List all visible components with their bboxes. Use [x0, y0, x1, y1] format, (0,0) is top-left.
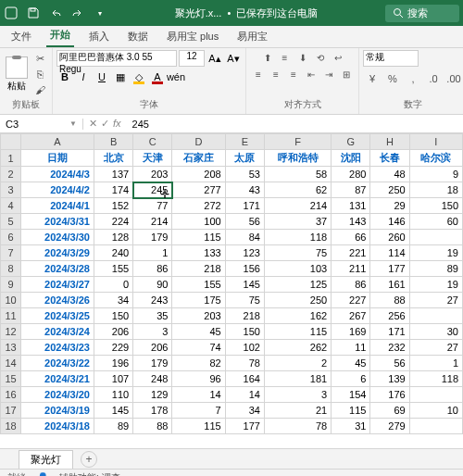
data-cell[interactable]: 56 — [225, 214, 264, 230]
table-header-cell[interactable]: 呼和浩特 — [264, 150, 331, 167]
data-cell[interactable]: 27 — [409, 293, 462, 308]
data-cell[interactable]: 179 — [133, 356, 172, 371]
row-header[interactable]: 17 — [1, 403, 21, 419]
data-cell[interactable]: 137 — [94, 167, 132, 182]
table-header-cell[interactable]: 长春 — [370, 150, 409, 167]
col-header[interactable]: E — [225, 134, 264, 150]
data-cell[interactable]: 3 — [133, 324, 172, 340]
data-cell[interactable] — [409, 308, 462, 324]
data-cell[interactable]: 102 — [225, 340, 264, 356]
data-cell[interactable]: 89 — [94, 419, 132, 434]
data-cell[interactable]: 227 — [332, 293, 370, 308]
date-cell[interactable]: 2024/4/1 — [21, 198, 94, 214]
font-name-select[interactable]: 阿里巴巴普惠体 3.0 55 Regu — [56, 50, 177, 67]
col-header[interactable]: D — [172, 134, 225, 150]
data-cell[interactable]: 155 — [94, 261, 132, 277]
data-cell[interactable]: 115 — [332, 403, 370, 419]
data-cell[interactable]: 181 — [264, 371, 331, 387]
data-cell[interactable]: 19 — [409, 245, 462, 261]
date-cell[interactable]: 2024/3/23 — [21, 340, 94, 356]
table-header-cell[interactable]: 太原 — [225, 150, 264, 167]
orientation-icon[interactable]: ⟲ — [312, 50, 329, 65]
data-cell[interactable]: 43 — [225, 182, 264, 198]
data-cell[interactable]: 88 — [370, 293, 409, 308]
date-cell[interactable]: 2024/3/22 — [21, 356, 94, 371]
row-header[interactable]: 6 — [1, 230, 21, 245]
data-cell[interactable]: 29 — [370, 198, 409, 214]
data-cell[interactable]: 90 — [133, 277, 172, 293]
row-header[interactable]: 3 — [1, 182, 21, 198]
bold-button[interactable]: B — [56, 69, 73, 85]
data-cell[interactable]: 115 — [264, 324, 331, 340]
data-cell[interactable]: 31 — [332, 419, 370, 434]
data-cell[interactable]: 177 — [225, 419, 264, 434]
data-cell[interactable]: 45 — [172, 324, 225, 340]
align-left-icon[interactable]: ≡ — [250, 67, 267, 81]
fx-icon[interactable]: fx — [113, 118, 121, 130]
data-cell[interactable]: 89 — [409, 261, 462, 277]
comma-icon[interactable]: , — [404, 70, 422, 87]
col-header[interactable]: G — [332, 134, 370, 150]
data-cell[interactable]: 0 — [94, 277, 132, 293]
font-size-select[interactable]: 12 — [179, 50, 205, 67]
data-cell[interactable]: 267 — [332, 308, 370, 324]
tab-data[interactable]: 数据 — [124, 26, 152, 47]
date-cell[interactable]: 2024/3/20 — [21, 387, 94, 403]
cancel-formula-icon[interactable]: ✕ — [89, 118, 97, 130]
data-cell[interactable]: 100 — [172, 214, 225, 230]
data-cell[interactable]: 154 — [332, 387, 370, 403]
data-cell[interactable]: 256 — [370, 308, 409, 324]
data-cell[interactable]: 232 — [370, 340, 409, 356]
underline-button[interactable]: U — [94, 69, 110, 85]
row-header[interactable]: 14 — [1, 356, 21, 371]
data-cell[interactable]: 53 — [225, 167, 264, 182]
decrease-decimal-icon[interactable]: .00 — [444, 70, 463, 87]
data-cell[interactable]: 82 — [172, 356, 225, 371]
data-cell[interactable]: 37 — [264, 214, 331, 230]
data-cell[interactable]: 248 — [133, 371, 172, 387]
data-cell[interactable]: 56 — [370, 356, 409, 371]
date-cell[interactable]: 2024/3/31 — [21, 214, 94, 230]
accessibility-icon[interactable]: 👤 — [37, 472, 48, 476]
search-box[interactable]: 搜索 — [385, 5, 459, 22]
data-cell[interactable]: 169 — [332, 324, 370, 340]
data-cell[interactable]: 152 — [94, 198, 132, 214]
data-cell[interactable]: 14 — [172, 387, 225, 403]
data-cell[interactable]: 277 — [172, 182, 225, 198]
row-header[interactable]: 9 — [1, 277, 21, 293]
save-icon[interactable] — [26, 6, 41, 20]
data-cell[interactable]: 11 — [332, 340, 370, 356]
merge-button[interactable]: ⊞ — [338, 67, 355, 81]
data-cell[interactable]: 156 — [225, 261, 264, 277]
data-cell[interactable]: 243 — [133, 293, 172, 308]
data-cell[interactable]: 62 — [264, 182, 331, 198]
align-top-icon[interactable]: ⬆ — [259, 50, 276, 65]
data-cell[interactable]: 214 — [133, 214, 172, 230]
table-header-cell[interactable]: 天津 — [133, 150, 172, 167]
sheet-tab-active[interactable]: 聚光灯 — [19, 450, 73, 469]
data-cell[interactable]: 84 — [225, 230, 264, 245]
data-cell[interactable]: 27 — [409, 340, 462, 356]
data-cell[interactable]: 196 — [94, 356, 132, 371]
data-cell[interactable]: 155 — [172, 277, 225, 293]
row-header[interactable]: 7 — [1, 245, 21, 261]
data-cell[interactable]: 260 — [370, 230, 409, 245]
date-cell[interactable]: 2024/3/21 — [21, 371, 94, 387]
tab-yiyongbao[interactable]: 易用宝 — [233, 26, 271, 47]
table-header-cell[interactable]: 沈阳 — [332, 150, 370, 167]
data-cell[interactable]: 179 — [133, 230, 172, 245]
align-bottom-icon[interactable]: ⬇ — [294, 50, 311, 65]
data-cell[interactable]: 34 — [94, 293, 132, 308]
data-cell[interactable]: 86 — [133, 261, 172, 277]
data-cell[interactable] — [409, 387, 462, 403]
data-cell[interactable]: 30 — [409, 324, 462, 340]
autosave-icon[interactable] — [4, 6, 19, 20]
row-header[interactable]: 2 — [1, 167, 21, 182]
data-cell[interactable]: 1 — [409, 356, 462, 371]
align-right-icon[interactable]: ≡ — [285, 67, 302, 81]
add-sheet-button[interactable]: + — [81, 451, 97, 468]
col-header[interactable]: C — [133, 134, 172, 150]
data-cell[interactable]: 129 — [133, 387, 172, 403]
date-cell[interactable]: 2024/3/29 — [21, 245, 94, 261]
copy-button[interactable]: ⎘ — [31, 67, 48, 81]
